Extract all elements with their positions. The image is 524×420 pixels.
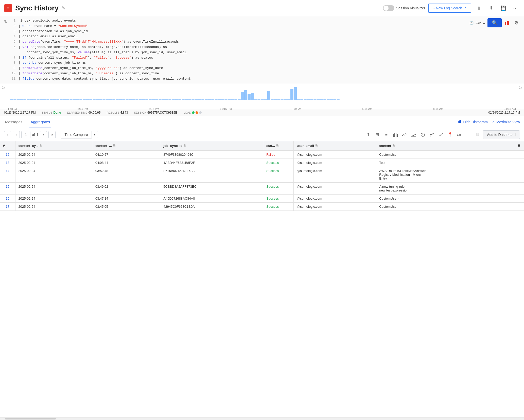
new-log-search-button[interactable]: + New Log Search ↗ xyxy=(428,4,471,13)
bottom-scrollbar[interactable] xyxy=(0,417,524,420)
svg-rect-7 xyxy=(394,133,395,137)
add-to-dashboard-button[interactable]: Add to Dashboard xyxy=(483,130,520,139)
histogram-bar xyxy=(20,99,23,100)
share-button[interactable]: ⬆ xyxy=(474,4,483,13)
last-page-button[interactable]: » xyxy=(48,131,56,138)
settings-icon[interactable]: ⚙ xyxy=(513,19,520,26)
session-visualizer-toggle[interactable]: Session Visualizer xyxy=(383,5,425,11)
run-search-button[interactable]: 🔍 xyxy=(487,18,502,27)
save-button[interactable]: 💾 xyxy=(499,4,508,13)
histogram-bar xyxy=(271,99,274,100)
col-header-job-sync-id: job_sync_id ⎘ xyxy=(160,141,263,150)
page-of-label: of xyxy=(32,133,35,137)
session-value: 695575ACC7C96E9B xyxy=(147,111,177,114)
cell-content-val: CustomUser- xyxy=(376,194,514,202)
tab-messages[interactable]: Messages xyxy=(4,116,23,128)
query-line-4: 4 | operator.email as user_email xyxy=(10,34,465,39)
table-row[interactable]: 16 2025-02-24 03:47:14 A45D572688AC84A8 … xyxy=(0,194,524,202)
area-chart-icon[interactable] xyxy=(411,132,417,138)
cell-num: 15 xyxy=(0,182,15,194)
expand-icon[interactable]: ⛶ xyxy=(465,132,471,138)
cell-content-val: CustomUser- xyxy=(376,150,514,159)
export-button[interactable]: ⬇ xyxy=(486,4,496,13)
maximize-view-button[interactable]: ↗ Maximize View xyxy=(492,120,520,124)
prev-page-button[interactable]: ‹ xyxy=(13,131,20,138)
histogram-bar xyxy=(33,99,36,100)
number-format-icon[interactable]: 123 xyxy=(456,132,462,138)
cell-status: Success xyxy=(263,167,294,182)
cell-job-sync-id: F615B6D1276FF68A xyxy=(160,167,263,182)
histogram-bar xyxy=(73,99,76,100)
svg-point-16 xyxy=(442,133,443,134)
tab-aggregates[interactable]: Aggregates xyxy=(29,116,51,128)
col-header-user-email: user_email ⎘ xyxy=(294,141,376,150)
copy-col-icon[interactable]: ⎘ xyxy=(393,144,394,147)
svg-rect-6 xyxy=(393,134,394,137)
cell-monitor xyxy=(514,150,524,159)
query-line-2: 2 | where eventname = "ContentSynced" xyxy=(10,24,465,29)
histogram-bar xyxy=(267,91,270,100)
svg-point-17 xyxy=(440,135,441,135)
cell-content-time: 03:49:02 xyxy=(92,182,160,194)
toolbar: « ‹ of 1 › » Time Compare ▾ ⬆ ⊞ ≡ xyxy=(0,128,524,141)
table-row[interactable]: 12 2025-02-24 04:10:57 8749F3398020494C … xyxy=(0,150,524,159)
chart-type-icon[interactable] xyxy=(504,19,511,26)
hide-histogram-button[interactable]: Hide Histogram xyxy=(458,120,487,125)
cell-num: 14 xyxy=(0,167,15,182)
session-visualizer-switch[interactable] xyxy=(383,5,394,11)
table-row[interactable]: 17 2025-02-24 03:45:05 42945C0F663C1B0A … xyxy=(0,202,524,211)
scrollbar-thumb[interactable] xyxy=(5,418,56,419)
query-text[interactable]: 1 _index=sumologic_audit_events 2 | wher… xyxy=(10,18,465,82)
columns-icon[interactable]: ≡ xyxy=(383,132,389,138)
histogram-y-top-right: 2k xyxy=(519,86,522,89)
copy-col-icon[interactable]: ⎘ xyxy=(113,144,115,147)
pin-icon[interactable]: 📍 xyxy=(447,132,453,138)
scatter-chart-icon[interactable] xyxy=(438,132,444,138)
search-icon: 🔍 xyxy=(492,20,497,26)
table-row[interactable]: 13 2025-02-24 04:08:44 1ABD44F6831B8F2F … xyxy=(0,159,524,167)
time-compare-button[interactable]: Time Compare xyxy=(61,131,91,138)
histogram-bar xyxy=(277,99,280,100)
line-chart-icon[interactable] xyxy=(401,132,408,138)
histogram-bar xyxy=(254,99,257,100)
tab-actions: Hide Histogram ↗ Maximize View xyxy=(458,120,520,125)
histogram-bar xyxy=(231,99,234,100)
copy-col-icon[interactable]: ⎘ xyxy=(276,144,278,147)
refresh-icon[interactable]: ↻ xyxy=(4,19,7,24)
copy-col-icon[interactable]: ⎘ xyxy=(40,144,42,147)
histogram-bar xyxy=(56,99,59,100)
histogram-bar xyxy=(221,99,224,100)
time-range-selector[interactable]: 🕐 -24h ☁ xyxy=(469,21,485,25)
time-compare-dropdown[interactable]: ▾ xyxy=(92,131,98,138)
histogram-bar xyxy=(175,99,178,100)
first-page-button[interactable]: « xyxy=(4,131,11,138)
table-row[interactable]: 15 2025-02-24 03:49:02 5CBBD8A2AFF373EC … xyxy=(0,182,524,194)
end-date: 02/24/2025 2:17:17 PM xyxy=(488,111,520,114)
table-container[interactable]: # content_sy... ⎘ content_... ⎘ xyxy=(0,141,524,417)
cell-job-sync-id: 8749F3398020494C xyxy=(160,150,263,159)
histogram-bar xyxy=(320,99,323,100)
table-view-icon[interactable]: ⊞ xyxy=(374,132,380,138)
more-options-button[interactable]: ⋯ xyxy=(511,4,520,13)
cell-job-sync-id: 5CBBD8A2AFF373EC xyxy=(160,182,263,194)
col-header-status: stat... ⎘ xyxy=(263,141,294,150)
page-input[interactable] xyxy=(21,131,30,138)
col-header-content-val: content ⎘ xyxy=(376,141,514,150)
next-page-button[interactable]: › xyxy=(40,131,47,138)
cell-content-sy: 2025-02-24 xyxy=(15,194,92,202)
bar-chart-icon[interactable] xyxy=(392,132,398,138)
histogram-bar xyxy=(83,99,86,100)
combo-chart-icon[interactable] xyxy=(429,132,435,138)
pie-chart-icon[interactable] xyxy=(420,132,426,138)
edit-title-icon[interactable]: ✎ xyxy=(62,5,65,11)
monitor-icon[interactable]: 🖥 xyxy=(475,132,481,138)
query-line-11: 11 | fields content_sync_date, content_s… xyxy=(10,76,465,82)
copy-col-icon[interactable]: ⎘ xyxy=(184,144,186,147)
copy-col-icon[interactable]: ⎘ xyxy=(316,144,317,147)
col-header-content: content_... ⎘ xyxy=(92,141,160,150)
cell-content-sy: 2025-02-24 xyxy=(15,159,92,167)
histogram-bar xyxy=(93,99,96,100)
upload-icon[interactable]: ⬆ xyxy=(365,132,371,138)
table-row[interactable]: 14 2025-02-24 03:52:48 F615B6D1276FF68A … xyxy=(0,167,524,182)
cell-status: Success xyxy=(263,182,294,194)
